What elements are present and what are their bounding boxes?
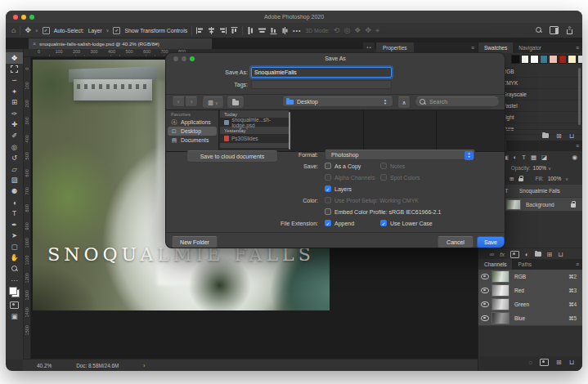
swatch-chips[interactable] <box>511 55 582 64</box>
gradient-tool[interactable]: ▨ <box>6 175 23 186</box>
tab-swatches[interactable]: Swatches <box>478 42 513 53</box>
screen-mode-button[interactable]: ▣ <box>6 310 23 322</box>
object-selection-tool[interactable]: ✦ <box>6 86 23 97</box>
auto-select-checkbox[interactable]: ✓ <box>43 27 50 34</box>
layers-checkbox[interactable]: ✓Layers <box>325 185 352 193</box>
browser-empty-column[interactable] <box>364 110 437 151</box>
align-horizontal-centers-icon[interactable] <box>208 27 215 34</box>
search-icon[interactable] <box>536 27 542 33</box>
crop-tool[interactable]: ⊞ <box>6 96 23 108</box>
more-options-icon[interactable]: ••• <box>293 28 301 33</box>
collapsed-panel-icons[interactable]: ▪▪ <box>363 42 375 52</box>
tab-navigator[interactable]: Navigator <box>513 42 547 53</box>
marquee-tool[interactable] <box>6 64 23 75</box>
new-group-icon[interactable] <box>535 252 541 257</box>
channel-row-red[interactable]: Red ⌘3 <box>478 284 582 298</box>
file-list-scrollbar[interactable] <box>289 112 290 150</box>
healing-brush-tool[interactable]: ✚ <box>6 119 23 131</box>
cancel-button[interactable]: Cancel <box>438 236 474 248</box>
share-icon[interactable] <box>566 27 573 34</box>
vertical-ruler[interactable]: 0100200300400500600700800900100011001200… <box>23 57 31 359</box>
dodge-tool[interactable]: ◖ <box>6 197 23 208</box>
new-folder-button[interactable]: New Folder <box>172 236 218 248</box>
embed-profile-checkbox[interactable]: Embed Color Profile: sRGB IEC61966-2.1 <box>325 208 441 216</box>
visibility-eye-icon[interactable] <box>481 288 489 294</box>
foreground-color-swatch[interactable] <box>9 287 17 295</box>
status-chevron-icon[interactable]: › <box>143 363 145 368</box>
filename-input[interactable] <box>251 67 392 78</box>
fill-value[interactable]: 100% <box>548 176 562 181</box>
eraser-tool[interactable]: ▱ <box>6 163 23 175</box>
new-group-icon[interactable] <box>542 133 549 138</box>
visibility-eye-icon[interactable] <box>481 274 489 280</box>
blur-tool[interactable]: ⚈ <box>6 185 23 197</box>
tags-input[interactable] <box>251 80 392 89</box>
foreground-background-colors[interactable] <box>9 287 20 297</box>
panel-menu-icon[interactable]: ≡ <box>576 261 582 267</box>
location-dropdown[interactable]: Desktop ▲▼ <box>282 96 393 107</box>
save-selection-icon[interactable] <box>540 359 549 366</box>
hand-tool[interactable]: ✋ <box>6 252 23 264</box>
new-swatch-icon[interactable]: ⊞ <box>556 132 562 140</box>
new-channel-icon[interactable]: ⊞ <box>556 359 562 366</box>
new-layer-icon[interactable]: ⊞ <box>547 251 553 258</box>
format-dropdown[interactable]: Photoshop ▲▼ <box>325 150 475 160</box>
delete-channel-icon[interactable]: ⊔ <box>569 359 574 366</box>
channel-row-rgb[interactable]: RGB ⌘2 <box>478 270 582 284</box>
delete-swatch-icon[interactable]: ⊔ <box>569 132 574 140</box>
dialog-search-field[interactable]: Search <box>415 96 500 107</box>
distribute-bottom-icon[interactable] <box>270 27 277 34</box>
filter-type-layers-icon[interactable]: T <box>522 154 526 161</box>
close-tab-icon[interactable]: × <box>33 41 36 47</box>
save-button[interactable]: Save <box>477 236 505 248</box>
auto-select-target-dropdown[interactable]: Layer <box>88 28 102 33</box>
align-right-edges-icon[interactable] <box>219 27 227 34</box>
align-left-edges-icon[interactable] <box>196 27 204 34</box>
tab-properties[interactable]: Properties <box>376 42 414 52</box>
back-button[interactable]: ‹ <box>172 96 185 107</box>
eyedropper-tool[interactable]: ✑ <box>6 108 23 119</box>
file-item-slides[interactable]: Ps30Slides <box>220 134 289 143</box>
load-selection-icon[interactable]: ◌ <box>528 359 532 366</box>
tab-paths[interactable]: Paths <box>512 259 537 270</box>
append-checkbox[interactable]: ✓Append <box>325 219 354 227</box>
path-selection-tool[interactable]: ➤ <box>6 230 23 242</box>
align-top-edges-icon[interactable] <box>231 27 238 34</box>
swatches-scrollbar[interactable] <box>578 68 581 125</box>
delete-layer-icon[interactable]: ⊔ <box>558 251 563 258</box>
sidebar-item-applications[interactable]: ⒶApplications <box>166 118 218 127</box>
new-folder-toolbar-button[interactable] <box>227 96 245 109</box>
view-mode-dropdown[interactable]: ▥∨ <box>202 96 224 109</box>
pen-tool[interactable]: ✒ <box>6 219 23 230</box>
opacity-value[interactable]: 100% <box>533 165 547 171</box>
show-transform-checkbox[interactable]: ✓ <box>113 27 120 34</box>
browser-empty-column[interactable] <box>437 110 505 151</box>
forward-button[interactable]: › <box>185 96 198 107</box>
dialog-minimize-button[interactable] <box>182 56 186 61</box>
zoom-tool[interactable] <box>6 263 23 275</box>
move-tool-icon[interactable]: ✥ <box>25 26 31 34</box>
dialog-close-button[interactable] <box>173 56 178 61</box>
zoom-level-field[interactable]: 40.2% <box>37 363 52 368</box>
layer-style-icon[interactable]: fx <box>500 252 504 257</box>
filter-smart-objects-icon[interactable]: ◪ <box>541 154 547 161</box>
clone-stamp-tool[interactable]: ◎ <box>6 141 23 153</box>
lock-all-icon[interactable] <box>518 178 523 182</box>
edit-toolbar-icon[interactable]: ⋯ <box>6 275 23 286</box>
filter-pin-icon[interactable]: ◉ <box>572 154 582 161</box>
visibility-eye-icon[interactable] <box>481 301 489 308</box>
panel-menu-icon[interactable]: ≡ <box>576 45 582 51</box>
visibility-eye-icon[interactable] <box>481 315 489 322</box>
panel-menu-icon[interactable]: ≡ <box>576 143 582 149</box>
up-directory-button[interactable]: ∧ <box>397 96 411 109</box>
lower-case-checkbox[interactable]: ✓Use Lower Case <box>380 219 433 227</box>
add-mask-icon[interactable] <box>510 251 519 258</box>
sidebar-item-desktop[interactable]: ⊡Desktop <box>168 127 217 136</box>
file-item-psd[interactable]: snoqualmie...sh-lodge.psd <box>220 118 289 127</box>
as-a-copy-checkbox[interactable]: As a Copy <box>325 162 361 170</box>
channel-row-blue[interactable]: Blue ⌘5 <box>478 311 582 326</box>
shape-tool[interactable]: ▢ <box>6 241 23 252</box>
home-icon[interactable]: ⌂ <box>11 26 16 34</box>
lock-artboard-icon[interactable]: ⊞ <box>509 176 514 182</box>
window-titlebar[interactable]: Adobe Photoshop 2020 <box>6 11 582 24</box>
